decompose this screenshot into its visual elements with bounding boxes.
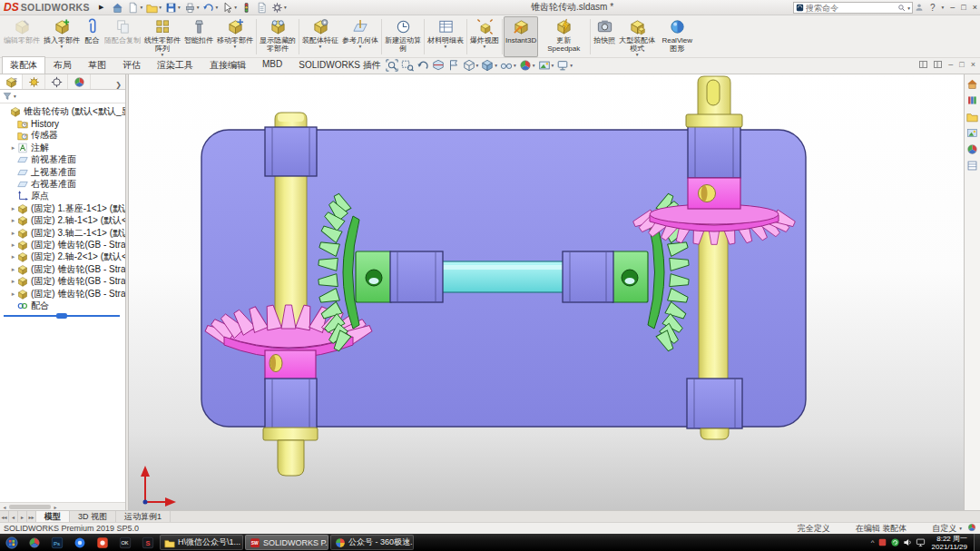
zoom-to-fit-button[interactable] <box>384 59 399 72</box>
minimize-button[interactable]: – <box>950 3 955 12</box>
close-button[interactable]: × <box>973 3 977 12</box>
tab-nav-next-icon[interactable]: ▸ <box>18 511 27 522</box>
dropdown-arrow-icon[interactable]: ▾ <box>319 44 322 49</box>
dropdown-arrow-icon[interactable]: ▾ <box>484 44 486 49</box>
design-library-icon[interactable] <box>966 94 978 106</box>
bearing-block-top-left[interactable] <box>265 127 317 176</box>
taskbar-task-360-browser[interactable]: 公众号 - 360极速... <box>330 535 414 550</box>
user-account-icon[interactable] <box>915 3 924 12</box>
dropdown-arrow-icon[interactable]: ▾ <box>445 44 447 49</box>
rebuild-button[interactable] <box>240 2 253 14</box>
volume-icon[interactable] <box>903 537 913 547</box>
dropdown-arrow-icon[interactable]: ▾ <box>234 44 237 49</box>
tree-row-right-plane[interactable]: 右视基准面 <box>0 178 125 190</box>
tab-render-tools[interactable]: 渲染工具 <box>149 56 201 74</box>
taskbar-s-app[interactable]: S <box>136 534 159 551</box>
taskbar-clock[interactable]: 8:22 周一 2021/11/29 <box>932 535 967 551</box>
options-button[interactable]: ▾ <box>270 2 288 14</box>
tree-row-component-bevel-gear-3[interactable]: ▸(固定) 锥齿轮(GB - Straight bevel <box>0 275 125 287</box>
section-view-button[interactable] <box>430 59 446 72</box>
tab-displaymanager[interactable] <box>68 74 91 89</box>
panel-horizontal-scrollbar[interactable]: ◂ ▸ <box>0 502 125 510</box>
dropdown-arrow-icon[interactable]: ▾ <box>942 5 945 10</box>
tree-row-mates[interactable]: 配合 <box>0 300 125 311</box>
tree-filter-bar[interactable]: ▾ <box>0 90 125 103</box>
bearing-block-mid-right[interactable] <box>563 251 613 302</box>
shaft-left-lower-end[interactable] <box>263 428 318 476</box>
scroll-left-icon[interactable]: ◂ <box>0 504 9 510</box>
open-file-button[interactable]: ▾ <box>145 2 162 14</box>
network-icon[interactable] <box>916 537 926 547</box>
custom-properties-icon[interactable] <box>966 160 978 172</box>
home-icon[interactable] <box>966 78 978 90</box>
shaft-middle-cyan[interactable] <box>430 261 575 292</box>
doc-minimize-button[interactable]: – <box>948 60 953 69</box>
pane-toggle-left-icon[interactable] <box>919 61 927 68</box>
ribbon-linear-component-pattern[interactable]: 线性零部件阵列▾ <box>142 16 182 57</box>
rollback-bar[interactable] <box>4 315 120 317</box>
ribbon-reference-geometry[interactable]: 参考几何体▾ <box>340 16 380 57</box>
dropdown-arrow-icon[interactable]: ▾ <box>636 53 639 57</box>
shaft-right-lower-end[interactable] <box>701 428 729 439</box>
ribbon-move-component[interactable]: 移动零部件▾ <box>215 16 255 57</box>
shaft-collar-right[interactable] <box>686 114 742 127</box>
unit-system-selector[interactable]: 自定义▾ <box>932 523 962 535</box>
select-button[interactable]: ▾ <box>220 2 238 14</box>
zoom-to-area-button[interactable] <box>399 59 415 72</box>
start-button[interactable] <box>0 534 23 551</box>
graphics-viewport[interactable] <box>129 74 964 510</box>
hub-pink-left[interactable] <box>265 350 316 379</box>
edit-appearance-button[interactable]: ▾ <box>517 59 536 72</box>
undo-button[interactable]: ▾ <box>201 2 219 14</box>
dropdown-arrow-icon[interactable]: ▾ <box>61 44 64 49</box>
view-palette-icon[interactable] <box>966 127 978 139</box>
ribbon-realview-graphics[interactable]: RealView 图形 <box>657 16 697 57</box>
tree-row-component-shaft3[interactable]: ▸(固定) 2.轴-2<1> (默认<<默认>_显 <box>0 251 125 263</box>
tab-3d-views[interactable]: 3D 视图 <box>70 511 116 522</box>
ribbon-smart-fasteners[interactable]: 智能扣件 <box>182 16 215 57</box>
print-button[interactable]: ▾ <box>183 2 201 14</box>
taskbar-task-folder[interactable]: H\微信公众号\1... <box>160 535 243 550</box>
bearing-block-mid-left[interactable] <box>390 251 443 302</box>
tree-row-annotations[interactable]: ▸注解 <box>0 142 125 153</box>
tab-featuremanager-tree[interactable] <box>0 74 23 89</box>
ribbon-large-assembly-mode[interactable]: 大型装配体模式▾ <box>617 16 657 57</box>
tab-solidworks-addins[interactable]: SOLIDWORKS 插件 <box>290 56 389 74</box>
panel-expand-chevron-icon[interactable]: ❯ <box>115 81 122 89</box>
ribbon-bill-of-materials[interactable]: 材料明细表▾ <box>426 16 466 57</box>
360-green-tray-icon[interactable] <box>890 537 900 547</box>
tab-propertymanager[interactable] <box>23 74 45 89</box>
search-input[interactable] <box>806 4 896 13</box>
hub-green-right[interactable] <box>612 251 648 302</box>
tree-row-top-plane[interactable]: 上视基准面 <box>0 166 125 178</box>
scrollbar-thumb[interactable] <box>9 505 51 509</box>
tree-row-component-bevel-gear-1[interactable]: ▸(固定) 锥齿轮(GB - Straight bevel <box>0 239 125 251</box>
appearances-icon[interactable] <box>966 143 978 155</box>
tab-evaluate[interactable]: 评估 <box>114 56 149 74</box>
show-desktop-button[interactable] <box>974 534 980 551</box>
file-properties-button[interactable] <box>255 2 269 14</box>
taskbar-photoshop[interactable]: Ps <box>45 534 68 551</box>
previous-view-button[interactable] <box>415 59 430 72</box>
display-style-button[interactable]: ▾ <box>480 59 499 72</box>
taskbar-blue-circle-app[interactable] <box>68 534 91 551</box>
solidworks-tag-icon[interactable] <box>967 523 976 534</box>
hidden-icons-caret-icon[interactable]: ^ <box>871 538 875 546</box>
taskbar-ok-app[interactable]: OK <box>113 534 136 551</box>
maximize-button[interactable]: □ <box>961 3 965 12</box>
hub-pink-right[interactable] <box>688 178 740 209</box>
dynamic-annotation-button[interactable] <box>446 59 461 72</box>
bearing-block-bottom-right[interactable] <box>687 379 742 428</box>
tab-sketch[interactable]: 草图 <box>80 56 114 74</box>
tab-motion-study-1[interactable]: 运动算例1 <box>116 511 171 522</box>
tab-layout[interactable]: 布局 <box>45 56 80 74</box>
tree-row-sensors[interactable]: 传感器 <box>0 130 125 142</box>
help-button[interactable]: ? <box>930 3 936 13</box>
ribbon-insert-components[interactable]: 插入零部件▾ <box>42 16 82 57</box>
tab-direct-editing[interactable]: 直接编辑 <box>201 56 254 74</box>
bearing-block-top-right[interactable] <box>688 125 740 178</box>
tab-configurationmanager[interactable] <box>45 74 68 89</box>
ribbon-take-snapshot[interactable]: 拍快照 <box>592 16 617 57</box>
tab-nav-prev-icon[interactable]: ◂ <box>9 511 18 522</box>
magnifier-icon[interactable] <box>897 4 906 12</box>
